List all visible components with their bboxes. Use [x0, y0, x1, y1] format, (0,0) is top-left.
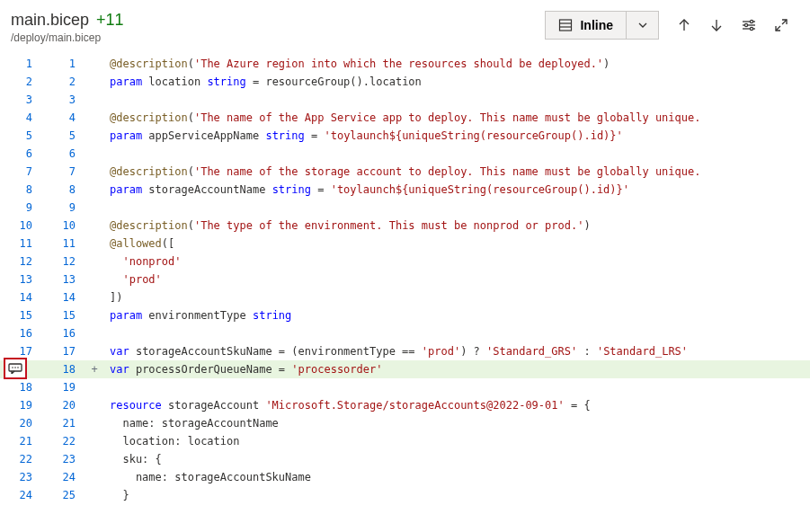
- code-row[interactable]: 66: [0, 145, 810, 163]
- diff-marker: [86, 288, 102, 306]
- diff-marker: [86, 270, 102, 288]
- next-diff-button[interactable]: [702, 11, 731, 40]
- gutter-left: 23: [0, 468, 43, 486]
- gutter-left: 4: [0, 109, 43, 127]
- svg-point-8: [744, 23, 747, 26]
- diff-marker: [86, 486, 102, 504]
- gutter-left: 8: [0, 181, 43, 199]
- gutter-left: 14: [0, 288, 43, 306]
- gutter-left: [0, 360, 43, 378]
- diff-marker: [86, 450, 102, 468]
- code-content: param storageAccountName string = 'toyla…: [102, 181, 810, 199]
- code-row[interactable]: 11@description('The Azure region into wh…: [0, 55, 810, 73]
- view-mode-dropdown[interactable]: [626, 12, 658, 39]
- diff-settings-button[interactable]: [734, 11, 763, 40]
- code-row[interactable]: 55param appServiceAppName string = 'toyl…: [0, 127, 810, 145]
- gutter-right: 25: [43, 486, 86, 504]
- code-row[interactable]: 2223 sku: {: [0, 450, 810, 468]
- diff-marker: [86, 91, 102, 109]
- diff-marker: [86, 396, 102, 414]
- gutter-left: 19: [0, 396, 43, 414]
- diff-marker: [86, 378, 102, 396]
- code-row[interactable]: 44@description('The name of the App Serv…: [0, 109, 810, 127]
- diff-marker: [86, 127, 102, 145]
- gutter-right: 22: [43, 432, 86, 450]
- code-row[interactable]: 1515param environmentType string: [0, 306, 810, 324]
- code-row[interactable]: 77@description('The name of the storage …: [0, 163, 810, 181]
- diff-marker: [86, 235, 102, 253]
- svg-line-12: [776, 26, 780, 31]
- code-content: [102, 199, 810, 217]
- code-content: [102, 324, 810, 342]
- svg-rect-0: [560, 20, 572, 31]
- gutter-left: 22: [0, 450, 43, 468]
- diff-marker: [86, 253, 102, 270]
- code-content: param appServiceAppName string = 'toylau…: [102, 127, 810, 145]
- code-content: var storageAccountSkuName = (environment…: [102, 342, 810, 360]
- code-row[interactable]: 2021 name: storageAccountName: [0, 414, 810, 432]
- code-row[interactable]: 1920resource storageAccount 'Microsoft.S…: [0, 396, 810, 414]
- file-info: main.bicep +11 /deploy/main.bicep: [11, 11, 124, 44]
- code-row[interactable]: 1414]): [0, 288, 810, 306]
- gutter-right: 17: [43, 342, 86, 360]
- gutter-right: 24: [43, 468, 86, 486]
- code-row[interactable]: 2324 name: storageAccountSkuName: [0, 468, 810, 486]
- add-comment-button[interactable]: [4, 358, 27, 379]
- code-content: }: [102, 486, 810, 504]
- code-row[interactable]: 1717var storageAccountSkuName = (environ…: [0, 342, 810, 360]
- prev-diff-button[interactable]: [670, 11, 699, 40]
- gutter-right: 15: [43, 306, 86, 324]
- gutter-right: 14: [43, 288, 86, 306]
- diff-marker: [86, 306, 102, 324]
- code-row[interactable]: 22param location string = resourceGroup(…: [0, 73, 810, 91]
- diff-marker: [86, 217, 102, 235]
- view-mode-button[interactable]: Inline: [546, 12, 626, 39]
- code-content: param environmentType string: [102, 306, 810, 324]
- code-row[interactable]: 2122 location: location: [0, 432, 810, 450]
- diff-marker: [86, 181, 102, 199]
- gutter-left: 10: [0, 217, 43, 235]
- diff-marker: [86, 163, 102, 181]
- code-row[interactable]: 33: [0, 91, 810, 109]
- code-content: name: storageAccountSkuName: [102, 468, 810, 486]
- gutter-left: 5: [0, 127, 43, 145]
- gutter-left: 6: [0, 145, 43, 163]
- code-content: resource storageAccount 'Microsoft.Stora…: [102, 396, 810, 414]
- gutter-left: 20: [0, 414, 43, 432]
- code-row[interactable]: 1616: [0, 324, 810, 342]
- gutter-right: 9: [43, 199, 86, 217]
- gutter-left: 7: [0, 163, 43, 181]
- diff-marker: [86, 199, 102, 217]
- view-mode-group: Inline: [545, 11, 659, 40]
- code-row[interactable]: 1111@allowed([: [0, 235, 810, 253]
- svg-point-6: [750, 20, 752, 22]
- arrow-up-icon: [677, 18, 691, 32]
- svg-point-14: [12, 367, 13, 368]
- svg-point-15: [14, 367, 16, 368]
- code-row[interactable]: 1212 'nonprod': [0, 253, 810, 270]
- gutter-left: 24: [0, 486, 43, 504]
- diff-viewer[interactable]: 11@description('The Azure region into wh…: [0, 55, 810, 504]
- code-row[interactable]: 88param storageAccountName string = 'toy…: [0, 181, 810, 199]
- gutter-left: 2: [0, 73, 43, 91]
- code-row[interactable]: 18+var processOrderQueueName = 'processo…: [0, 360, 810, 378]
- fullscreen-button[interactable]: [767, 11, 796, 40]
- gutter-right: 23: [43, 450, 86, 468]
- code-row[interactable]: 1819: [0, 378, 810, 396]
- code-content: [102, 378, 810, 396]
- gutter-right: 3: [43, 91, 86, 109]
- settings-sliders-icon: [742, 18, 756, 32]
- code-row[interactable]: 2425 }: [0, 486, 810, 504]
- gutter-right: 4: [43, 109, 86, 127]
- diff-marker: [86, 145, 102, 163]
- code-content: 'nonprod': [102, 253, 810, 270]
- code-row[interactable]: 1313 'prod': [0, 270, 810, 288]
- code-content: 'prod': [102, 270, 810, 288]
- gutter-right: 2: [43, 73, 86, 91]
- code-row[interactable]: 99: [0, 199, 810, 217]
- code-row[interactable]: 1010@description('The type of the enviro…: [0, 217, 810, 235]
- change-count: +11: [96, 11, 124, 30]
- gutter-left: 11: [0, 235, 43, 253]
- gutter-right: 20: [43, 396, 86, 414]
- gutter-left: 16: [0, 324, 43, 342]
